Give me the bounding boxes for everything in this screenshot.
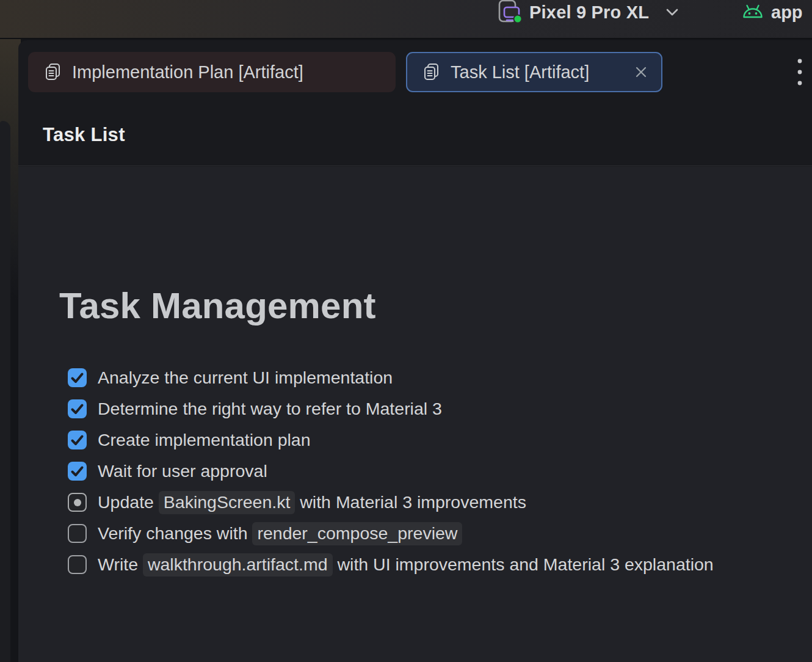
left-panel-edge — [0, 121, 10, 662]
kebab-menu-icon — [797, 58, 803, 87]
task-list-content: Task Management Analyze the current UI i… — [18, 167, 812, 662]
device-selector[interactable]: Pixel 9 Pro XL — [495, 0, 679, 24]
chevron-down-icon — [665, 8, 679, 16]
tab-task-list[interactable]: Task List [Artifact] — [406, 52, 662, 92]
task-checkbox-checked[interactable] — [68, 462, 87, 481]
task-checkbox-unchecked[interactable] — [68, 524, 87, 543]
task-checkbox-checked[interactable] — [68, 368, 87, 387]
top-bar: Pixel 9 Pro XL app — [0, 0, 812, 39]
close-tab-button[interactable] — [632, 63, 650, 81]
task-item: Update BakingScreen.kt with Material 3 i… — [59, 487, 733, 518]
task-text: Determine the right way to refer to Mate… — [98, 399, 442, 418]
inline-code: BakingScreen.kt — [159, 491, 295, 514]
task-item: Verify changes with render_compose_previ… — [59, 518, 733, 549]
task-checkbox-checked[interactable] — [68, 431, 87, 449]
task-checkbox-in-progress[interactable] — [68, 493, 87, 512]
tab-bar: Implementation Plan [Artifact] Task List… — [18, 40, 812, 104]
screen: Pixel 9 Pro XL app — [0, 0, 812, 662]
inline-code: walkthrough.artifact.md — [143, 553, 333, 577]
artifact-document-icon — [43, 63, 62, 81]
task-item: Create implementation plan — [59, 424, 733, 456]
tab-label: Implementation Plan [Artifact] — [72, 62, 303, 82]
task-text: Update BakingScreen.kt with Material 3 i… — [98, 491, 526, 514]
task-text: Write walkthrough.artifact.md with UI im… — [98, 553, 714, 577]
device-selector-label: Pixel 9 Pro XL — [529, 2, 649, 23]
task-item: Write walkthrough.artifact.md with UI im… — [59, 549, 733, 580]
inline-code: render_compose_preview — [252, 522, 462, 545]
tab-implementation-plan[interactable]: Implementation Plan [Artifact] — [28, 52, 396, 92]
app-selector[interactable]: app — [742, 0, 803, 24]
in-progress-dot — [74, 499, 81, 506]
task-text: Verify changes with render_compose_previ… — [98, 522, 462, 545]
artifact-document-icon — [422, 63, 440, 81]
task-checkbox-checked[interactable] — [68, 399, 87, 418]
device-mirror-icon — [495, 0, 523, 24]
task-item: Determine the right way to refer to Mate… — [59, 393, 733, 424]
task-text: Create implementation plan — [98, 430, 311, 449]
app-selector-label: app — [771, 2, 803, 23]
artifact-panel: Implementation Plan [Artifact] Task List… — [18, 40, 812, 662]
task-item: Analyze the current UI implementation — [59, 362, 733, 393]
overflow-menu-button[interactable] — [786, 55, 812, 90]
android-icon — [742, 4, 763, 21]
task-item: Wait for user approval — [59, 456, 733, 487]
task-text: Analyze the current UI implementation — [98, 368, 393, 387]
task-management-heading: Task Management — [59, 285, 788, 327]
task-text: Wait for user approval — [98, 461, 267, 481]
task-checkbox-unchecked[interactable] — [68, 555, 87, 574]
tab-label: Task List [Artifact] — [451, 62, 589, 82]
panel-header: Task List — [18, 104, 812, 166]
close-icon — [634, 65, 648, 79]
panel-title: Task List — [43, 124, 125, 146]
task-list: Analyze the current UI implementationDet… — [59, 362, 788, 580]
